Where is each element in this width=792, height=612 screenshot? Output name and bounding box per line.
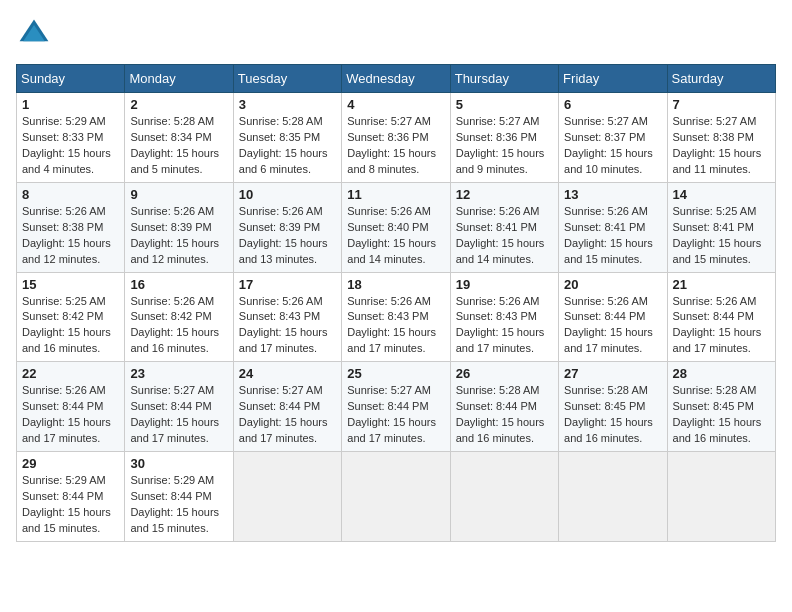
sunset-label: Sunset: 8:38 PM — [22, 221, 103, 233]
calendar-cell: 16 Sunrise: 5:26 AM Sunset: 8:42 PM Dayl… — [125, 272, 233, 362]
day-number: 29 — [22, 456, 119, 471]
sunrise-label: Sunrise: 5:28 AM — [456, 384, 540, 396]
day-number: 4 — [347, 97, 444, 112]
sunset-label: Sunset: 8:37 PM — [564, 131, 645, 143]
day-info: Sunrise: 5:26 AM Sunset: 8:43 PM Dayligh… — [347, 294, 444, 358]
calendar-cell: 2 Sunrise: 5:28 AM Sunset: 8:34 PM Dayli… — [125, 93, 233, 183]
calendar-cell — [233, 452, 341, 542]
sunset-label: Sunset: 8:44 PM — [456, 400, 537, 412]
sunrise-label: Sunrise: 5:26 AM — [673, 295, 757, 307]
daylight-label: Daylight: 15 hours and 17 minutes. — [564, 326, 653, 354]
day-info: Sunrise: 5:26 AM Sunset: 8:44 PM Dayligh… — [564, 294, 661, 358]
daylight-label: Daylight: 15 hours and 15 minutes. — [22, 506, 111, 534]
daylight-label: Daylight: 15 hours and 15 minutes. — [564, 237, 653, 265]
day-info: Sunrise: 5:29 AM Sunset: 8:44 PM Dayligh… — [130, 473, 227, 537]
calendar-cell: 11 Sunrise: 5:26 AM Sunset: 8:40 PM Dayl… — [342, 182, 450, 272]
logo-icon — [16, 16, 52, 52]
sunset-label: Sunset: 8:44 PM — [239, 400, 320, 412]
calendar-cell: 26 Sunrise: 5:28 AM Sunset: 8:44 PM Dayl… — [450, 362, 558, 452]
day-info: Sunrise: 5:26 AM Sunset: 8:41 PM Dayligh… — [456, 204, 553, 268]
logo — [16, 16, 56, 52]
sunrise-label: Sunrise: 5:25 AM — [22, 295, 106, 307]
daylight-label: Daylight: 15 hours and 17 minutes. — [673, 326, 762, 354]
daylight-label: Daylight: 15 hours and 16 minutes. — [673, 416, 762, 444]
day-number: 19 — [456, 277, 553, 292]
day-info: Sunrise: 5:27 AM Sunset: 8:44 PM Dayligh… — [130, 383, 227, 447]
day-info: Sunrise: 5:25 AM Sunset: 8:41 PM Dayligh… — [673, 204, 770, 268]
sunset-label: Sunset: 8:44 PM — [130, 400, 211, 412]
day-info: Sunrise: 5:28 AM Sunset: 8:34 PM Dayligh… — [130, 114, 227, 178]
sunrise-label: Sunrise: 5:26 AM — [456, 205, 540, 217]
day-info: Sunrise: 5:28 AM Sunset: 8:45 PM Dayligh… — [673, 383, 770, 447]
day-info: Sunrise: 5:28 AM Sunset: 8:44 PM Dayligh… — [456, 383, 553, 447]
calendar-cell: 25 Sunrise: 5:27 AM Sunset: 8:44 PM Dayl… — [342, 362, 450, 452]
sunrise-label: Sunrise: 5:26 AM — [22, 384, 106, 396]
daylight-label: Daylight: 15 hours and 13 minutes. — [239, 237, 328, 265]
sunset-label: Sunset: 8:36 PM — [347, 131, 428, 143]
calendar-cell: 9 Sunrise: 5:26 AM Sunset: 8:39 PM Dayli… — [125, 182, 233, 272]
daylight-label: Daylight: 15 hours and 9 minutes. — [456, 147, 545, 175]
day-info: Sunrise: 5:26 AM Sunset: 8:40 PM Dayligh… — [347, 204, 444, 268]
day-info: Sunrise: 5:28 AM Sunset: 8:35 PM Dayligh… — [239, 114, 336, 178]
calendar-cell: 14 Sunrise: 5:25 AM Sunset: 8:41 PM Dayl… — [667, 182, 775, 272]
sunrise-label: Sunrise: 5:27 AM — [130, 384, 214, 396]
day-info: Sunrise: 5:29 AM Sunset: 8:33 PM Dayligh… — [22, 114, 119, 178]
sunrise-label: Sunrise: 5:27 AM — [347, 384, 431, 396]
day-info: Sunrise: 5:26 AM Sunset: 8:39 PM Dayligh… — [239, 204, 336, 268]
daylight-label: Daylight: 15 hours and 6 minutes. — [239, 147, 328, 175]
day-number: 25 — [347, 366, 444, 381]
calendar-cell: 12 Sunrise: 5:26 AM Sunset: 8:41 PM Dayl… — [450, 182, 558, 272]
calendar-cell: 4 Sunrise: 5:27 AM Sunset: 8:36 PM Dayli… — [342, 93, 450, 183]
daylight-label: Daylight: 15 hours and 10 minutes. — [564, 147, 653, 175]
calendar-table: SundayMondayTuesdayWednesdayThursdayFrid… — [16, 64, 776, 542]
sunset-label: Sunset: 8:43 PM — [347, 310, 428, 322]
calendar-cell: 21 Sunrise: 5:26 AM Sunset: 8:44 PM Dayl… — [667, 272, 775, 362]
sunrise-label: Sunrise: 5:28 AM — [673, 384, 757, 396]
day-info: Sunrise: 5:26 AM Sunset: 8:43 PM Dayligh… — [456, 294, 553, 358]
calendar-cell: 24 Sunrise: 5:27 AM Sunset: 8:44 PM Dayl… — [233, 362, 341, 452]
sunset-label: Sunset: 8:38 PM — [673, 131, 754, 143]
day-number: 22 — [22, 366, 119, 381]
sunset-label: Sunset: 8:41 PM — [456, 221, 537, 233]
sunset-label: Sunset: 8:44 PM — [347, 400, 428, 412]
daylight-label: Daylight: 15 hours and 4 minutes. — [22, 147, 111, 175]
day-number: 1 — [22, 97, 119, 112]
calendar-cell: 1 Sunrise: 5:29 AM Sunset: 8:33 PM Dayli… — [17, 93, 125, 183]
daylight-label: Daylight: 15 hours and 15 minutes. — [673, 237, 762, 265]
daylight-label: Daylight: 15 hours and 16 minutes. — [564, 416, 653, 444]
sunset-label: Sunset: 8:40 PM — [347, 221, 428, 233]
sunset-label: Sunset: 8:44 PM — [22, 490, 103, 502]
sunset-label: Sunset: 8:44 PM — [673, 310, 754, 322]
sunset-label: Sunset: 8:39 PM — [239, 221, 320, 233]
day-info: Sunrise: 5:27 AM Sunset: 8:36 PM Dayligh… — [347, 114, 444, 178]
sunset-label: Sunset: 8:44 PM — [22, 400, 103, 412]
page-header — [16, 16, 776, 52]
sunrise-label: Sunrise: 5:26 AM — [347, 295, 431, 307]
calendar-cell: 6 Sunrise: 5:27 AM Sunset: 8:37 PM Dayli… — [559, 93, 667, 183]
sunrise-label: Sunrise: 5:29 AM — [22, 115, 106, 127]
sunset-label: Sunset: 8:36 PM — [456, 131, 537, 143]
day-number: 11 — [347, 187, 444, 202]
daylight-label: Daylight: 15 hours and 16 minutes. — [456, 416, 545, 444]
calendar-week-row: 22 Sunrise: 5:26 AM Sunset: 8:44 PM Dayl… — [17, 362, 776, 452]
sunrise-label: Sunrise: 5:26 AM — [130, 295, 214, 307]
calendar-header-thursday: Thursday — [450, 65, 558, 93]
sunrise-label: Sunrise: 5:28 AM — [564, 384, 648, 396]
calendar-cell: 17 Sunrise: 5:26 AM Sunset: 8:43 PM Dayl… — [233, 272, 341, 362]
calendar-header-friday: Friday — [559, 65, 667, 93]
sunset-label: Sunset: 8:45 PM — [564, 400, 645, 412]
calendar-header-saturday: Saturday — [667, 65, 775, 93]
calendar-cell: 30 Sunrise: 5:29 AM Sunset: 8:44 PM Dayl… — [125, 452, 233, 542]
day-number: 18 — [347, 277, 444, 292]
calendar-cell: 5 Sunrise: 5:27 AM Sunset: 8:36 PM Dayli… — [450, 93, 558, 183]
calendar-week-row: 8 Sunrise: 5:26 AM Sunset: 8:38 PM Dayli… — [17, 182, 776, 272]
day-info: Sunrise: 5:29 AM Sunset: 8:44 PM Dayligh… — [22, 473, 119, 537]
calendar-cell: 19 Sunrise: 5:26 AM Sunset: 8:43 PM Dayl… — [450, 272, 558, 362]
daylight-label: Daylight: 15 hours and 15 minutes. — [130, 506, 219, 534]
calendar-cell: 15 Sunrise: 5:25 AM Sunset: 8:42 PM Dayl… — [17, 272, 125, 362]
calendar-cell: 7 Sunrise: 5:27 AM Sunset: 8:38 PM Dayli… — [667, 93, 775, 183]
calendar-cell: 8 Sunrise: 5:26 AM Sunset: 8:38 PM Dayli… — [17, 182, 125, 272]
day-info: Sunrise: 5:27 AM Sunset: 8:44 PM Dayligh… — [239, 383, 336, 447]
day-info: Sunrise: 5:27 AM Sunset: 8:36 PM Dayligh… — [456, 114, 553, 178]
calendar-cell: 29 Sunrise: 5:29 AM Sunset: 8:44 PM Dayl… — [17, 452, 125, 542]
